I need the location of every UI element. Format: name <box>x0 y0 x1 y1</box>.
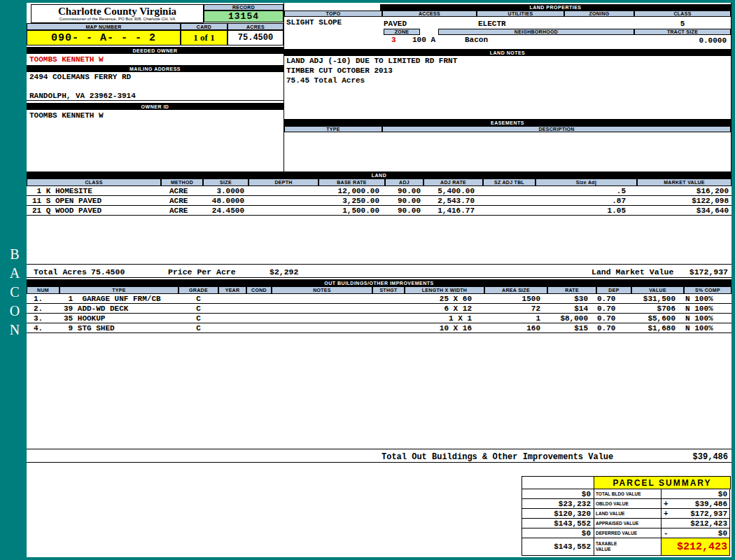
land-col-market-value: MARKET VALUE <box>637 178 732 186</box>
ob-type: 35 HOOKUP <box>59 314 178 323</box>
land-market-value: $122,098 <box>637 197 732 205</box>
zone-header: ZONE <box>384 29 420 35</box>
ob-value: $706 <box>631 304 684 313</box>
parcel-summary-table: PARCEL SUMMARY $0 TOTAL BLDG VALUE $0 $2… <box>522 476 732 556</box>
land-table-header-row: CLASS METHOD SIZE DEPTH BASE RATE ADJ AD… <box>27 178 732 186</box>
ps-value: $172,937 <box>690 510 727 518</box>
address-line-1: 2494 COLEMANS FERRY RD <box>29 73 131 81</box>
ps-label: TAXABLE VALUE <box>594 538 662 556</box>
land-adj-rate: 2,543.70 <box>424 197 483 205</box>
ob-type: 9 STG SHED <box>59 324 178 332</box>
land-col-size: SIZE <box>203 178 248 186</box>
ob-dep: 0.70 <box>596 295 631 303</box>
ob-value: $31,500 <box>631 295 684 303</box>
zone-code: 100 A <box>412 36 435 44</box>
land-properties-pane: LAND PROPERTIES TOPO ACCESS UTILITIES ZO… <box>284 3 732 172</box>
ps-prior-value: $23,232 <box>522 498 594 509</box>
land-size: 48.0000 <box>203 197 248 205</box>
county-subtitle: Commissioner of the Revenue, PO Box 308,… <box>31 17 203 21</box>
ob-num: 4. <box>27 324 59 332</box>
land-class: 11 S OPEN PAVED <box>27 197 161 205</box>
acres-header: ACRES <box>227 23 284 30</box>
ob-dep: 0.70 <box>596 314 631 323</box>
access-header: ACCESS <box>382 10 477 17</box>
address-line-2: RANDOLPH, VA 23962-3914 <box>29 92 136 100</box>
land-note-line: LAND ADJ (-10) DUE TO LIMITED RD FRNT <box>286 57 457 65</box>
record-number-field: 13154 <box>204 10 284 22</box>
parcel-summary-header: PARCEL SUMMARY <box>522 476 732 489</box>
ps-label: APPRAISED VALUE <box>594 518 662 528</box>
ps-prior-value: $0 <box>522 528 594 538</box>
ps-value: $0 <box>718 490 727 498</box>
easement-type-header: TYPE <box>284 126 382 132</box>
ps-prior-value: $143,552 <box>522 518 594 528</box>
ob-dep: 0.70 <box>596 304 631 313</box>
neighborhood-header: NEIGHBORHOOD <box>438 29 634 35</box>
land-adj: 90.00 <box>385 187 424 195</box>
acres-field: 75.4500 <box>227 30 284 46</box>
out-buildings-total-row: Total Out Buildings & Other Improvements… <box>27 449 732 463</box>
ob-grade: C <box>178 304 218 313</box>
ob-col-num: NUM <box>27 286 59 294</box>
land-method: ACRE <box>161 197 203 205</box>
parcel-summary-row: $143,552 APPRAISED VALUE $212,423 <box>522 518 732 528</box>
land-size-adj: 1.05 <box>536 206 637 215</box>
tract-size-header: TRACT SIZE <box>634 29 731 35</box>
ob-value: $5,600 <box>631 314 684 323</box>
ob-grade: C <box>178 314 218 323</box>
vertical-county-label: BACON <box>6 246 22 337</box>
zone-value: 3 <box>391 36 396 44</box>
ob-rate: $15 <box>547 324 596 332</box>
ob-total-value: $39,486 <box>693 452 728 462</box>
map-number-field: 090- - A- - - 2 <box>27 30 181 46</box>
easements-bar: EASEMENTS <box>284 119 731 126</box>
parcel-summary-title: PARCEL SUMMARY <box>594 476 731 489</box>
land-totals-row: Total Acres 75.4500 Price Per Acre $2,29… <box>27 264 732 278</box>
land-notes-bar: LAND NOTES <box>284 49 731 56</box>
ps-prior-value: $143,552 <box>522 538 594 556</box>
land-properties-bar: LAND PROPERTIES <box>380 4 731 10</box>
deeded-owner-bar: DEEDED OWNER <box>27 47 284 54</box>
land-size-adj: .5 <box>536 187 637 195</box>
property-record-card: Charlotte County Virginia Commissioner o… <box>27 3 732 557</box>
land-market-value-total: $172,937 <box>690 267 728 276</box>
ps-value-cell: + $172,937 <box>661 508 730 519</box>
ps-label: TOTAL BLDG VALUE <box>594 489 662 499</box>
ob-length-width: 10 X 16 <box>405 324 484 332</box>
utilities-value: ELECTR <box>478 20 506 28</box>
county-header-box: Charlotte County Virginia Commissioner o… <box>31 4 204 23</box>
land-table-row: 11 S OPEN PAVED ACRE 48.0000 3,250.00 90… <box>27 196 732 206</box>
parcel-summary-row: $0 DEFERRED VALUE - $0 <box>522 528 732 538</box>
parcel-summary-row: $120,320 LAND VALUE + $172,937 <box>522 508 732 519</box>
ob-s-comp: N 100% <box>684 314 732 323</box>
land-section-bar: LAND <box>27 172 732 178</box>
ps-prior-value: $0 <box>522 489 594 499</box>
price-per-acre-label: Price Per Acre <box>168 267 236 276</box>
ob-area-size: 160 <box>484 324 547 332</box>
out-buildings-body: 1. 1 GARAGE UNF FRM/CB C 25 X 60 1500 $3… <box>27 294 732 333</box>
ps-label: DEFERRED VALUE <box>594 528 662 538</box>
price-per-acre-value: $2,292 <box>270 267 298 276</box>
ob-num: 2. <box>27 304 59 313</box>
ob-s-comp: N 100% <box>684 324 732 332</box>
out-building-row: 1. 1 GARAGE UNF FRM/CB C 25 X 60 1500 $3… <box>27 294 732 304</box>
ob-col-grade: GRADE <box>178 286 218 294</box>
ob-col-cond: COND <box>246 286 272 294</box>
parcel-summary-row: $0 TOTAL BLDG VALUE $0 <box>522 489 732 499</box>
land-size-adj: .87 <box>536 197 637 205</box>
out-building-row: 2. 39 ADD-WD DECK C 6 X 12 72 $14 0.70 $… <box>27 304 732 314</box>
land-size: 24.4500 <box>203 206 248 215</box>
ob-dep: 0.70 <box>596 324 631 332</box>
ps-taxable-label: TAXABLE VALUE <box>596 541 626 552</box>
out-buildings-bar: OUT BUILDINGS/OTHER IMPROVEMENTS <box>27 279 732 286</box>
ob-num: 1. <box>27 295 59 303</box>
zoning-header: ZONING <box>564 10 634 17</box>
ob-col-s-comp: S% COMP <box>684 286 732 294</box>
ob-type: 39 ADD-WD DECK <box>59 304 178 313</box>
divider <box>27 100 284 101</box>
land-table-row: 1 K HOMESITE ACRE 3.0000 12,000.00 90.00… <box>27 186 732 196</box>
land-adj: 90.00 <box>385 206 424 215</box>
ps-op: - <box>664 529 668 538</box>
land-class: 1 K HOMESITE <box>27 187 161 195</box>
ps-value-cell: - $0 <box>661 528 730 538</box>
